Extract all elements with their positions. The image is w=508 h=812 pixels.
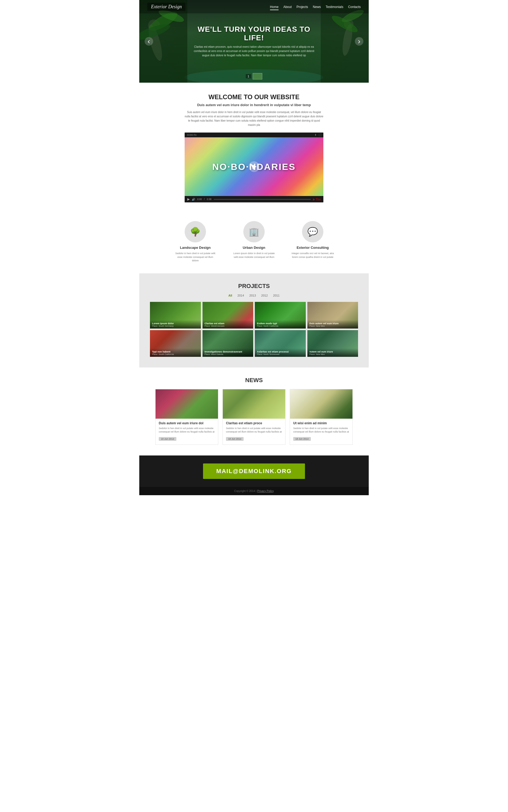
nav-item-about[interactable]: About — [283, 4, 292, 9]
hero-indicator: 1 — [246, 73, 262, 80]
service-item: 🏢 Urban Design Lorem ipsum dolor in drei… — [232, 221, 276, 263]
video-time: 0:00 — [197, 198, 202, 200]
project-place: Place: WestColorado — [205, 325, 251, 327]
project-place: Place: West Dakota — [205, 353, 251, 356]
video-youtube-icon[interactable]: ▶ You — [313, 198, 321, 201]
welcome-body: Suis autem vel eum iriure dolor in hem d… — [185, 110, 323, 127]
hero-content: WE'LL TURN YOUR IDEAS TO LIFE! Claritas … — [187, 25, 321, 58]
project-name: Investigationes demonstraverant — [205, 350, 251, 353]
news-section: NEWS Duis autem vel eum iriure dol Sedol… — [139, 367, 369, 455]
news-article-body: Sedolor in hen dreit in vul putate velit… — [226, 427, 282, 434]
project-overlay: Lorem ipsum dolor Place: South Germany — [150, 320, 201, 328]
news-item: Ut wisi enim ad minim Sedolor in hen dre… — [290, 389, 353, 445]
hero-next-button[interactable]: › — [355, 37, 364, 46]
project-item[interactable]: Investigationes demonstraverant Place: W… — [203, 330, 253, 357]
hero-thumbnail[interactable] — [253, 73, 262, 80]
news-content: Ut wisi enim ad minim Sedolor in hen dre… — [290, 419, 352, 445]
projects-filter: All2014201320122011 — [150, 294, 358, 297]
video-share-icon[interactable]: ⬆ — [314, 134, 317, 136]
service-icon: 🌳 — [185, 221, 206, 242]
news-article-title: Ut wisi enim ad minim — [293, 421, 349, 425]
project-place: Place: South Germany — [152, 325, 199, 327]
project-item[interactable]: Eodem modo typi Place: North California — [255, 302, 306, 328]
video-progress-bar[interactable] — [214, 199, 311, 200]
hero-description: Claritas est etiam procesm, quis nostrud… — [193, 45, 315, 58]
project-place: Place: New Mex — [309, 325, 356, 327]
footer-bottom: Copyright © 2014 | Privacy Policy — [139, 487, 369, 495]
project-name: Aslaritas est etiam processi — [257, 350, 304, 353]
filter-btn-all[interactable]: All — [228, 294, 232, 297]
welcome-section: WELCOME TO OUR WEBSITE Duis autem vel eu… — [139, 83, 369, 216]
news-article-body: Sedolor in hen dreit in vul putate velit… — [293, 427, 349, 434]
project-place: Place: South California — [152, 353, 199, 356]
service-item: 🌳 Landscape Design Sedolor in hem dreit … — [174, 221, 217, 263]
project-overlay: Typi non habent Place: South California — [150, 348, 201, 357]
project-place: Place: New Mex — [309, 353, 356, 356]
news-image — [223, 389, 285, 419]
project-item[interactable]: Claritas est etiam Place: WestColorado — [203, 302, 253, 328]
service-icon: 🏢 — [243, 221, 265, 242]
services-section: 🌳 Landscape Design Sedolor in hem dreit … — [139, 216, 369, 273]
logo[interactable]: Exterior Design — [147, 3, 185, 11]
projects-section: PROJECTS All2014201320122011 Lorem ipsum… — [139, 273, 369, 367]
project-overlay: Duis autem vel eum iriure Place: New Mex — [307, 320, 358, 328]
project-name: Lorem ipsum dolor — [152, 322, 199, 325]
news-date: 18 Jun 2014 — [293, 437, 311, 441]
filter-btn-2012[interactable]: 2012 — [261, 294, 267, 297]
video-volume-icon[interactable]: 🔊 — [192, 198, 195, 201]
video-id: 30383 ftv — [187, 134, 197, 136]
news-image — [156, 389, 218, 419]
nav-item-projects[interactable]: Projects — [296, 4, 308, 9]
hero-slide-number: 1 — [246, 74, 251, 78]
project-item[interactable]: Duis autem vel eum iriure Place: New Mex — [307, 302, 358, 328]
news-article-title: Claritas est etiam proce — [226, 421, 282, 425]
main-nav: HomeAboutProjectsNewsTestimonialsContact… — [270, 4, 361, 9]
project-overlay: Aslaritas est etiam processi Place: Nort… — [255, 348, 306, 357]
project-name: Claritas est etiam — [205, 322, 251, 325]
video-screen[interactable]: NO·BO·NDARIES — [185, 137, 323, 196]
video-control-play[interactable]: ▶ — [187, 197, 190, 201]
email-button[interactable]: MAIL@DEMOLINK.ORG — [203, 463, 305, 479]
service-description: Sedolor in hem dreit in vul putate velit… — [174, 252, 217, 263]
news-date: 18 Jun 2014 — [159, 437, 176, 441]
project-item[interactable]: Vutem vel eum iriure Place: New Mex — [307, 330, 358, 357]
project-item[interactable]: Typi non habent Place: South California — [150, 330, 201, 357]
service-title: Landscape Design — [174, 245, 217, 250]
copyright-text: Copyright © 2014 | — [234, 490, 256, 493]
project-overlay: Claritas est etiam Place: WestColorado — [203, 320, 253, 328]
news-item: Claritas est etiam proce Sedolor in hen … — [222, 389, 286, 445]
nav-item-contacts[interactable]: Contacts — [348, 4, 361, 9]
filter-btn-2011[interactable]: 2011 — [273, 294, 280, 297]
news-item: Duis autem vel eum iriure dol Sedolor in… — [155, 389, 218, 445]
welcome-title: WELCOME TO OUR WEBSITE — [161, 93, 347, 101]
video-separator: / — [204, 198, 205, 200]
video-controls: ▶ 🔊 0:00 / 0:38 ▶ You — [185, 196, 323, 202]
hero-title: WE'LL TURN YOUR IDEAS TO LIFE! — [193, 25, 315, 42]
news-article-title: Duis autem vel eum iriure dol — [159, 421, 215, 425]
footer-cta: MAIL@DEMOLINK.ORG — [139, 455, 369, 487]
service-description: Lorem ipsum dolor in dreit in vul putate… — [232, 252, 276, 259]
filter-btn-2013[interactable]: 2013 — [249, 294, 256, 297]
nav-item-news[interactable]: News — [313, 4, 321, 9]
news-date: 18 Jun 2014 — [226, 437, 244, 441]
filter-btn-2014[interactable]: 2014 — [238, 294, 244, 297]
nav-item-home[interactable]: Home — [270, 4, 279, 9]
video-fullscreen-icon[interactable]: ⛶ — [319, 134, 321, 136]
service-item: 💬 Exterior Consulting Integer convallis … — [291, 221, 334, 263]
project-overlay: Eodem modo typi Place: North California — [255, 320, 306, 328]
video-player[interactable]: 30383 ftv ⬆ ⛶ NO·BO·NDARIES ▶ 🔊 0:00 / 0… — [185, 133, 323, 202]
project-name: Duis autem vel eum iriure — [309, 322, 356, 325]
nav-item-testimonials[interactable]: Testimonials — [326, 4, 343, 9]
project-item[interactable]: Aslaritas est etiam processi Place: Nort… — [255, 330, 306, 357]
project-item[interactable]: Lorem ipsum dolor Place: South Germany — [150, 302, 201, 328]
privacy-policy-link[interactable]: Privacy Policy — [257, 490, 274, 493]
service-description: Integer convallis orci vel mi laoreet, a… — [291, 252, 334, 259]
service-title: Exterior Consulting — [291, 245, 334, 250]
video-duration: 0:38 — [207, 198, 212, 200]
video-top-bar: 30383 ftv ⬆ ⛶ — [185, 133, 323, 137]
video-play-button[interactable] — [249, 161, 259, 172]
hero-prev-button[interactable]: ‹ — [144, 37, 153, 46]
news-title: NEWS — [155, 377, 353, 384]
service-title: Urban Design — [232, 245, 276, 250]
project-name: Eodem modo typi — [257, 322, 304, 325]
